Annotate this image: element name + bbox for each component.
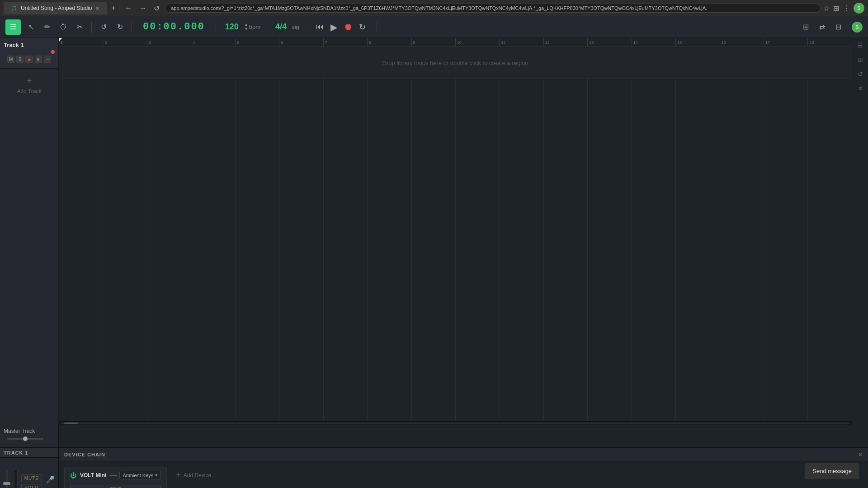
- add-track-button[interactable]: + Add Track: [0, 69, 58, 102]
- time-sig-value: 4/4: [275, 22, 287, 32]
- menu-button[interactable]: ☰: [5, 19, 21, 35]
- right-icon-mixer[interactable]: ≡: [858, 85, 862, 92]
- solo-button[interactable]: SOLO: [21, 484, 42, 488]
- add-device-button[interactable]: + Add Device: [172, 467, 215, 483]
- add-device-label: Add Device: [184, 472, 211, 479]
- channel-meter: [14, 469, 18, 488]
- redo-button[interactable]: ↻: [113, 21, 126, 33]
- tab-favicon: 🎵: [11, 5, 17, 11]
- back-button[interactable]: ←: [122, 3, 135, 13]
- track-1-solo-button[interactable]: S: [16, 56, 24, 63]
- tab-close-button[interactable]: ×: [95, 5, 99, 12]
- timeline-scrollbar[interactable]: [59, 421, 852, 425]
- drop-hint: Drop library loops here or double click …: [382, 59, 528, 66]
- mic-icon[interactable]: 🎤: [46, 475, 55, 484]
- main-container: Track 1 M S ■ ≡ ~ + Add Track: [0, 38, 868, 425]
- browser-chrome: 🎵 Untitled Song - Amped Studio × + ← → ↺…: [0, 0, 868, 16]
- arrange-button[interactable]: ⊞: [799, 21, 812, 33]
- record-button[interactable]: ⏺: [342, 20, 354, 34]
- settings-icon[interactable]: ⋮: [843, 4, 850, 13]
- master-track-lane[interactable]: [59, 425, 852, 447]
- timeline-ruler[interactable]: 1 2 3 4 5 6 7 8 9 10 11 12 13 14 15 16 1…: [59, 38, 852, 47]
- separator-5: [305, 22, 305, 33]
- track-1-eq-button[interactable]: ≡: [35, 56, 42, 63]
- fader-thumb[interactable]: [3, 482, 10, 485]
- reload-button[interactable]: ↺: [151, 3, 162, 14]
- track-1-record-button[interactable]: ■: [25, 56, 33, 63]
- track-1-wave-button[interactable]: ~: [44, 56, 51, 63]
- loop-button[interactable]: ↻: [357, 20, 368, 34]
- fader-track: [6, 469, 8, 488]
- timeline-area: 1 2 3 4 5 6 7 8 9 10 11 12 13 14 15 16 1…: [59, 38, 852, 425]
- track-1-lane[interactable]: Drop library loops here or double click …: [59, 47, 852, 79]
- transport-controls: ⏮ ▶ ⏺ ↻: [314, 20, 368, 34]
- hamburger-icon: ☰: [10, 23, 16, 31]
- user-avatar-toolbar[interactable]: S: [852, 22, 863, 33]
- ruler-mark-8: 8: [367, 38, 411, 47]
- scrollbar-track[interactable]: [61, 422, 850, 424]
- channel-fader[interactable]: [4, 469, 10, 488]
- extensions-icon[interactable]: ⊞: [833, 4, 839, 13]
- bpm-down-arrow[interactable]: ▼: [244, 27, 248, 31]
- bookmark-icon[interactable]: ☆: [823, 4, 830, 13]
- device-chain-close-button[interactable]: ×: [859, 451, 863, 458]
- level-meter: [14, 469, 18, 488]
- time-display: 00:00.000: [143, 21, 205, 33]
- scissors-tool-button[interactable]: ✂: [73, 21, 86, 33]
- bpm-arrows[interactable]: ▲ ▼: [244, 23, 248, 31]
- forward-button[interactable]: →: [137, 3, 149, 13]
- new-tab-button[interactable]: +: [111, 4, 116, 13]
- skip-back-button[interactable]: ⏮: [314, 20, 326, 33]
- add-track-icon: +: [27, 76, 32, 86]
- master-track-sidebar: Master Track: [0, 425, 59, 447]
- track-1-name: Track 1: [4, 42, 55, 48]
- right-icon-effects[interactable]: ↺: [858, 70, 863, 78]
- eq-bars-icon[interactable]: ≡: [48, 487, 52, 488]
- mix-button[interactable]: ⊟: [832, 21, 844, 33]
- undo-button[interactable]: ↺: [97, 21, 110, 33]
- right-sidebar: ☰ ⊞ ↺ ≡: [852, 38, 868, 425]
- track-1-volume-row: [4, 50, 55, 54]
- device-chain-content: ⏻ VOLT Mini ⟵ Ambient Keys ▾ EDIT + Add …: [59, 461, 868, 488]
- device-power-button[interactable]: ⏻: [70, 472, 76, 479]
- track-1-header: Track 1 M S ■ ≡ ~: [0, 38, 58, 69]
- ruler-mark-4: 4: [191, 38, 235, 47]
- master-volume-slider[interactable]: [4, 434, 55, 443]
- ruler-mark-1: 1: [59, 38, 103, 47]
- device-preset-dropdown[interactable]: Ambient Keys ▾: [119, 471, 161, 479]
- master-slider-thumb[interactable]: [23, 436, 28, 441]
- time-sig-control[interactable]: 4/4 sig: [272, 22, 299, 32]
- master-track-name: Master Track: [4, 428, 55, 434]
- scrollbar-thumb[interactable]: [64, 422, 78, 424]
- track-lanes[interactable]: Drop library loops here or double click …: [59, 47, 852, 421]
- bpm-control[interactable]: 120 ▲ ▼ bpm: [222, 22, 260, 32]
- bottom-track-panel: TRACK 1 MUTE SOLO 🎤 ≡: [0, 448, 59, 488]
- device-input-control: ⟵ Ambient Keys ▾: [110, 471, 161, 479]
- ruler-mark-12: 12: [543, 38, 587, 47]
- right-icon-library[interactable]: ☰: [857, 42, 863, 49]
- browser-tab[interactable]: 🎵 Untitled Song - Amped Studio ×: [4, 2, 107, 14]
- bpm-up-arrow[interactable]: ▲: [244, 23, 248, 27]
- user-avatar[interactable]: S: [854, 3, 864, 14]
- time-tool-button[interactable]: ⏱: [57, 21, 70, 33]
- device-item-volt: ⏻ VOLT Mini ⟵ Ambient Keys ▾ EDIT: [64, 467, 167, 488]
- bottom-panel: TRACK 1 MUTE SOLO 🎤 ≡: [0, 447, 868, 488]
- browser-nav: ← → ↺: [122, 3, 162, 14]
- empty-track-area[interactable]: [59, 79, 852, 421]
- bottom-channel-icons: 🎤 ≡: [46, 472, 55, 488]
- mute-button[interactable]: MUTE: [21, 474, 42, 482]
- cursor-tool-button[interactable]: ↖: [24, 21, 37, 33]
- pencil-tool-button[interactable]: ✏: [41, 21, 53, 33]
- track-1-mute-button[interactable]: M: [7, 56, 14, 63]
- ruler-mark-2: 2: [103, 38, 146, 47]
- device-chain-title: DEVICE CHAIN: [64, 452, 105, 457]
- play-button[interactable]: ▶: [329, 20, 339, 34]
- address-bar[interactable]: app.ampedstudio.com/?_gl=1*zkt20c*_ga*MT…: [165, 4, 821, 13]
- midi-button[interactable]: ⇄: [816, 21, 828, 33]
- right-icon-instruments[interactable]: ⊞: [858, 56, 863, 63]
- send-message-button[interactable]: Send message: [805, 463, 859, 479]
- device-edit-button[interactable]: EDIT: [70, 485, 161, 488]
- dropdown-arrow-icon: ▾: [155, 472, 158, 478]
- ruler-mark-9: 9: [411, 38, 455, 47]
- bpm-label: bpm: [249, 23, 260, 30]
